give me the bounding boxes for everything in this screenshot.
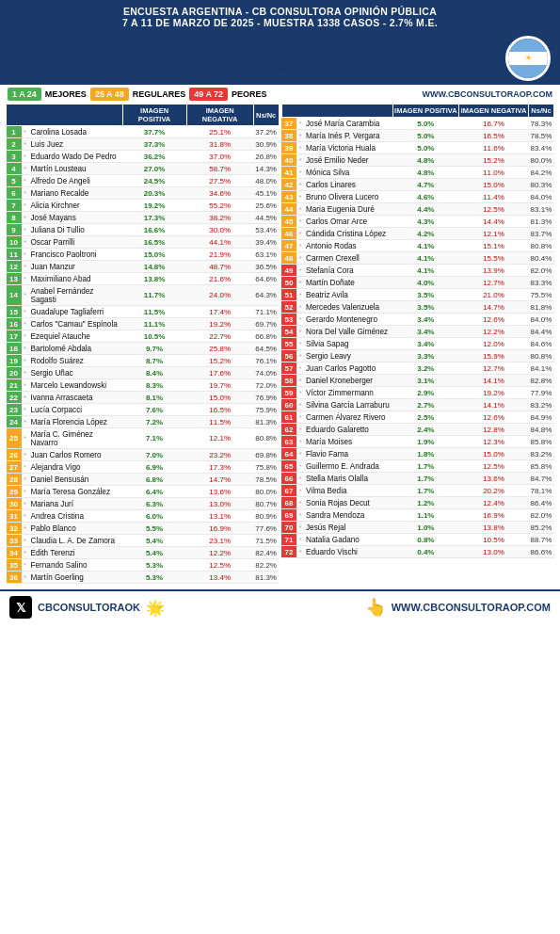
rank-number: 42 — [281, 179, 296, 191]
star-indicator: * — [296, 485, 304, 497]
table-row: 53*Gerardo Montenegro3.4%12.6%84.0% — [281, 314, 554, 326]
senator-name: Fernando Salino — [29, 559, 123, 572]
star-indicator: * — [296, 154, 304, 167]
star-indicator: * — [22, 367, 29, 379]
ns-nc: 80.4% — [528, 252, 553, 265]
header-top: ENCUESTA ARGENTINA - CB CONSULTORA OPINI… — [0, 0, 560, 34]
rank-number: 47 — [281, 240, 296, 252]
star-indicator: * — [22, 449, 29, 461]
rank-number: 18 — [7, 343, 22, 355]
title-line2: SENADORES NACIONALES- MARZO 2025 — [118, 60, 442, 74]
senator-name: Juliana Di Tullio — [29, 224, 123, 236]
senator-name: Carmen Crexell — [304, 252, 392, 265]
negative-image: 30.0% — [186, 224, 253, 236]
senator-name: Oscar Parrilli — [29, 236, 123, 249]
table-row: 29*María Teresa González6.4%13.6%80.0% — [7, 486, 280, 498]
star-indicator: * — [22, 559, 29, 572]
right-neg-header: IMAGEN NEGATIVA — [459, 105, 529, 118]
rank-number: 24 — [7, 416, 22, 428]
star-indicator: * — [296, 497, 304, 509]
rank-number: 68 — [281, 497, 296, 509]
star-indicator: * — [22, 261, 29, 273]
negative-image: 23.2% — [186, 449, 253, 461]
rank-number: 4 — [7, 163, 22, 175]
table-row: 42*Carlos Linares4.7%15.0%80.3% — [281, 179, 554, 191]
ns-nc: 84.8% — [528, 424, 553, 436]
positive-image: 7.6% — [122, 404, 186, 416]
positive-image: 37.7% — [122, 126, 186, 138]
table-row: 65*Guillermo E. Andrada1.7%12.5%85.8% — [281, 460, 554, 473]
senator-name: Rodolfo Suárez — [29, 355, 123, 367]
positive-image: 27.0% — [122, 163, 186, 175]
negative-image: 58.7% — [186, 163, 253, 175]
table-row: 66*Stella Maris Olalla1.7%13.6%84.7% — [281, 473, 554, 485]
positive-image: 4.1% — [392, 252, 459, 265]
table-row: 33*Claudia L. A. De Zamora5.4%23.1%71.5% — [7, 535, 280, 547]
star-indicator: * — [296, 240, 304, 252]
senator-name: Carlos "Camau" Espínola — [29, 318, 123, 330]
table-row: 39*María Victoria Huala5.0%11.6%83.4% — [281, 142, 554, 154]
negative-image: 14.1% — [459, 375, 529, 387]
table-row: 20*Sergio Uñac8.4%17.6%74.0% — [7, 367, 280, 379]
positive-image: 5.4% — [122, 535, 186, 547]
senator-name: Daniel Kroneberger — [304, 375, 392, 387]
star-indicator: * — [22, 486, 29, 498]
negative-image: 55.2% — [186, 200, 253, 212]
star-indicator: * — [22, 404, 29, 416]
rank-number: 38 — [281, 130, 296, 142]
negative-image: 17.6% — [186, 367, 253, 379]
rank-number: 51 — [281, 289, 296, 301]
negative-image: 21.9% — [186, 249, 253, 261]
ns-nc: 75.9% — [253, 404, 279, 416]
negative-image: 21.0% — [459, 289, 529, 301]
star-indicator: * — [296, 534, 304, 546]
senator-name: Carlos Omar Arce — [304, 216, 392, 228]
negative-image: 12.0% — [459, 338, 529, 350]
negative-image: 15.0% — [186, 392, 253, 404]
negative-image: 37.0% — [186, 151, 253, 163]
ns-nc: 77.9% — [528, 387, 553, 399]
ns-nc: 78.1% — [528, 485, 553, 497]
senator-name: Martín Goerling — [29, 572, 123, 584]
ns-nc: 78.5% — [253, 474, 279, 486]
negative-image: 14.1% — [459, 399, 529, 411]
table-row: 69*Sandra Mendoza1.1%16.9%82.0% — [281, 509, 554, 522]
positive-image: 1.1% — [392, 509, 459, 522]
star-indicator: * — [22, 318, 29, 330]
negative-image: 25.8% — [186, 343, 253, 355]
ns-nc: 80.8% — [528, 240, 553, 252]
star-indicator: * — [22, 306, 29, 318]
star-indicator: * — [296, 460, 304, 473]
rank-number: 7 — [7, 200, 22, 212]
ns-nc: 69.7% — [253, 318, 279, 330]
ns-nc: 76.1% — [253, 355, 279, 367]
table-row: 43*Bruno Olivera Lucero4.6%11.4%84.0% — [281, 191, 554, 203]
senator-name: María Moises — [304, 436, 392, 448]
rank-number: 63 — [281, 436, 296, 448]
negative-image: 12.1% — [459, 228, 529, 240]
rank-number: 70 — [281, 522, 296, 534]
legend-label-mejores: MEJORES — [45, 89, 87, 99]
senator-name: Juan Carlos Pagotto — [304, 362, 392, 375]
table-row: 11*Francisco Paoltroni15.0%21.9%63.1% — [7, 249, 280, 261]
senator-name: Lucía Corpacci — [29, 404, 123, 416]
star-indicator: * — [296, 216, 304, 228]
senator-name: Silvia Sapag — [304, 338, 392, 350]
right-pos-header: IMAGEN POSITIVA — [392, 105, 459, 118]
ns-nc: 83.2% — [528, 399, 553, 411]
star-indicator: * — [22, 416, 29, 428]
table-row: 1*Carolina Losada37.7%25.1%37.2% — [7, 126, 280, 138]
ns-nc: 77.6% — [253, 523, 279, 535]
table-row: 24*María Florencia López7.2%11.5%81.3% — [7, 416, 280, 428]
header-line2: 7 A 11 DE MARZO DE 2025 - MUESTRA 1338 C… — [9, 17, 551, 28]
rank-number: 67 — [281, 485, 296, 497]
positive-image: 3.4% — [392, 314, 459, 326]
negative-image: 13.4% — [186, 572, 253, 584]
senator-name: Guadalupe Tagliaferri — [29, 306, 123, 318]
table-row: 14*Anabel Fernández Sagasti11.7%24.0%64.… — [7, 285, 280, 306]
table-row: 61*Carmen Álvarez Rivero2.5%12.6%84.9% — [281, 411, 554, 424]
table-row: 12*Juan Manzur14.8%48.7%36.5% — [7, 261, 280, 273]
rank-number: 14 — [7, 285, 22, 306]
ns-nc: 76.9% — [253, 392, 279, 404]
positive-image: 4.2% — [392, 228, 459, 240]
